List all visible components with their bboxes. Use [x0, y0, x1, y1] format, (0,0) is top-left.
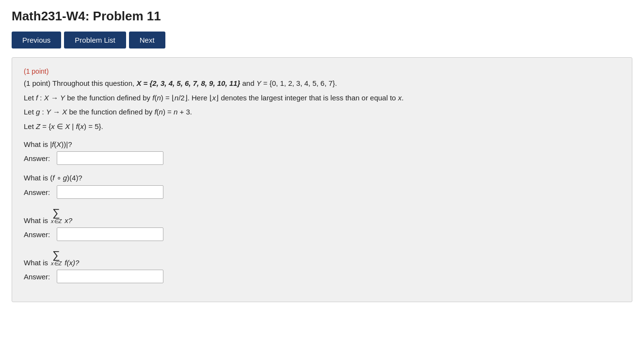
answer-1-label: Answer:: [24, 154, 53, 162]
answer-3-input[interactable]: [57, 227, 163, 241]
question-1-label: What is |f(X))|?: [24, 140, 620, 148]
line3: Let g : Y → X be the function defined by…: [24, 106, 620, 118]
q4-sigma-subscript: x∈Z: [51, 260, 62, 267]
next-button[interactable]: Next: [129, 32, 165, 48]
question-3-label: What is ∑ x∈Z x?: [24, 208, 620, 225]
question-1-block: What is |f(X))|? Answer:: [24, 140, 620, 165]
previous-button[interactable]: Previous: [12, 32, 61, 48]
question-2-block: What is (f ∘ g)(4)? Answer:: [24, 174, 620, 199]
question-3-block: What is ∑ x∈Z x? Answer:: [24, 208, 620, 241]
q3-what-is: What is: [24, 216, 48, 225]
answer-4-label: Answer:: [24, 273, 53, 281]
answer-3-row: Answer:: [24, 227, 620, 241]
line2: Let f : X → Y be the function defined by…: [24, 92, 620, 104]
answer-3-label: Answer:: [24, 230, 53, 239]
q3-sigma-symbol: ∑: [52, 208, 60, 218]
set-x-label: X = {2, 3, 4, 5, 6, 7, 8, 9, 10, 11}: [136, 79, 242, 87]
q3-variable: x?: [64, 216, 72, 225]
and-text: and: [242, 79, 254, 87]
q4-what-is: What is: [24, 258, 48, 267]
answer-1-input[interactable]: [57, 151, 163, 165]
problem-list-button[interactable]: Problem List: [64, 32, 126, 48]
answer-2-input[interactable]: [57, 185, 163, 199]
page-title: Math231-W4: Problem 11: [12, 9, 632, 24]
answer-4-row: Answer:: [24, 270, 620, 283]
q3-sigma-subscript: x∈Z: [51, 218, 62, 225]
q4-variable: f(x)?: [64, 258, 79, 267]
question-4-block: What is ∑ x∈Z f(x)? Answer:: [24, 250, 620, 283]
answer-2-row: Answer:: [24, 185, 620, 199]
answer-1-row: Answer:: [24, 151, 620, 165]
set-y-label: Y = {0, 1, 2, 3, 4, 5, 6, 7}.: [257, 79, 337, 87]
points-label: (1 point): [24, 67, 620, 75]
problem-body: (1 point) Throughout this question, X = …: [24, 77, 620, 132]
answer-2-label: Answer:: [24, 188, 53, 196]
question-2-label: What is (f ∘ g)(4)?: [24, 174, 620, 182]
answer-4-input[interactable]: [57, 270, 163, 283]
q4-sigma-symbol: ∑: [52, 250, 60, 260]
nav-buttons: Previous Problem List Next: [12, 32, 632, 48]
q3-sigma-container: ∑ x∈Z: [51, 208, 62, 225]
line4: Let Z = {x ∈ X | f(x) = 5}.: [24, 120, 620, 133]
q4-sigma-container: ∑ x∈Z: [51, 250, 62, 267]
problem-intro: (1 point) Throughout this question,: [24, 79, 134, 87]
page-wrapper: Math231-W4: Problem 11 Previous Problem …: [0, 0, 644, 311]
problem-box: (1 point) (1 point) Throughout this ques…: [12, 57, 632, 302]
question-4-label: What is ∑ x∈Z f(x)?: [24, 250, 620, 267]
